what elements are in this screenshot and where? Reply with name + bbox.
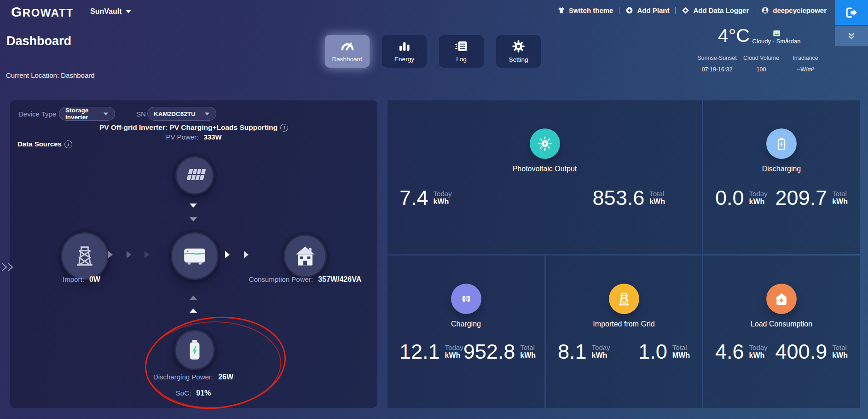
discharging-power-line: Discharging Power: 26W bbox=[153, 373, 233, 381]
total-unit: kWh bbox=[832, 351, 848, 360]
sun-bolt-icon bbox=[537, 136, 553, 151]
switch-theme-button[interactable]: Switch theme bbox=[557, 6, 613, 14]
inverter-node bbox=[171, 232, 219, 280]
tab-label: Setting bbox=[509, 56, 528, 63]
today-unit: kWh bbox=[749, 351, 768, 360]
house-icon bbox=[294, 244, 317, 268]
logout-button[interactable] bbox=[835, 0, 868, 25]
total-value: 853.6 bbox=[593, 186, 645, 210]
device-flow-panel: Device Type Storage Inverter SN KAM2DC62… bbox=[10, 100, 377, 408]
solar-panel-icon bbox=[181, 166, 208, 185]
add-plant-label: Add Plant bbox=[637, 6, 669, 14]
username-label: deepcyclepower bbox=[773, 6, 827, 14]
weather-stat-value: 100 bbox=[739, 66, 783, 73]
card-charging: Charging 12.1 TodaykWh 952.8 TotalkWh bbox=[388, 256, 544, 408]
logo-letter-g: G bbox=[11, 4, 23, 19]
grid-import-node bbox=[61, 232, 109, 280]
weather-stats: Sunrise-Sunset 07:19-16:32 Cloud Volume … bbox=[695, 55, 827, 73]
pv-power-label: PV Power: bbox=[166, 133, 198, 141]
chevron-down-icon bbox=[205, 112, 209, 115]
data-sources-label: Data Sources bbox=[17, 140, 62, 148]
total-value-group: 400.9 TotalkWh bbox=[775, 340, 848, 364]
sidebar-expander[interactable] bbox=[1, 262, 15, 274]
tab-label: Log bbox=[456, 56, 467, 63]
transmission-tower-icon bbox=[74, 244, 95, 268]
soc-label: SoC: bbox=[176, 389, 191, 397]
serial-number-dropdown[interactable]: KAM2DC62TU bbox=[147, 107, 216, 121]
bar-chart-icon bbox=[397, 40, 411, 52]
inverter-icon bbox=[181, 244, 208, 268]
charging-icon-circle bbox=[451, 284, 481, 314]
consumption-label: Consumption Power: bbox=[249, 275, 313, 283]
tab-label: Energy bbox=[394, 56, 414, 63]
user-icon bbox=[761, 6, 769, 14]
flow-arrow-right-icon bbox=[225, 251, 230, 258]
card-photovoltaic-output: Photovoltaic Output 7.4 TodaykWh 853.6 T… bbox=[388, 100, 702, 254]
weather-condition: Cloudy · Smårdan bbox=[748, 29, 805, 45]
collapse-header-button[interactable] bbox=[835, 26, 868, 46]
card-title: Charging bbox=[388, 320, 544, 328]
battery-node bbox=[174, 330, 215, 370]
tab-dashboard[interactable]: Dashboard bbox=[325, 35, 370, 68]
tab-energy[interactable]: Energy bbox=[382, 35, 427, 68]
today-value-group: 8.1 TodaykWh bbox=[558, 340, 610, 364]
tab-label: Dashboard bbox=[332, 56, 362, 63]
total-value-group: 209.7 TotalkWh bbox=[775, 186, 848, 210]
product-selector[interactable]: SunVault bbox=[90, 7, 131, 16]
load-house-node bbox=[284, 234, 327, 278]
total-value: 209.7 bbox=[775, 186, 827, 210]
theme-shirt-icon bbox=[557, 6, 565, 14]
today-value: 8.1 bbox=[558, 340, 587, 364]
add-datalogger-button[interactable]: Add Data Logger bbox=[682, 6, 749, 14]
device-type-dropdown[interactable]: Storage Inverter bbox=[59, 107, 115, 121]
today-label: Today bbox=[445, 343, 463, 351]
card-values: 8.1 TodaykWh 1.0 TotalMWh bbox=[558, 340, 690, 364]
weather-stat-sunrise: Sunrise-Sunset 07:19-16:32 bbox=[695, 55, 739, 73]
flow-arrow-down-icon bbox=[190, 217, 197, 221]
add-datalogger-icon bbox=[682, 6, 689, 14]
user-account-button[interactable]: deepcyclepower bbox=[761, 6, 827, 14]
product-selector-label: SunVault bbox=[90, 7, 122, 16]
inverter-mode-text: PV Off-grid Inverter: PV Charging+Loads … bbox=[99, 123, 278, 131]
flow-arrow-right-icon bbox=[108, 251, 113, 258]
today-value: 7.4 bbox=[399, 186, 428, 210]
total-value: 1.0 bbox=[638, 340, 667, 364]
today-unit: kWh bbox=[592, 351, 610, 360]
weather-stat-value: 07:19-16:32 bbox=[695, 66, 739, 73]
today-value-group: 7.4 TodaykWh bbox=[399, 186, 452, 210]
card-values: 12.1 TodaykWh 952.8 TotalkWh bbox=[399, 340, 532, 364]
total-label: Total bbox=[832, 190, 848, 198]
double-chevron-down-icon bbox=[847, 32, 856, 40]
pv-power-value: 333W bbox=[203, 133, 221, 141]
solar-panel-node bbox=[175, 156, 214, 195]
tab-log[interactable]: Log bbox=[439, 35, 484, 68]
today-label: Today bbox=[749, 190, 768, 198]
weather-condition-label: Cloudy · Smårdan bbox=[752, 38, 801, 45]
card-imported-from-grid: Imported from Grid 8.1 TodaykWh 1.0 Tota… bbox=[546, 256, 702, 408]
total-label: Total bbox=[520, 343, 536, 351]
total-unit: kWh bbox=[649, 198, 665, 206]
today-unit: kWh bbox=[445, 351, 463, 360]
device-type-label: Device Type bbox=[18, 110, 56, 118]
info-icon[interactable] bbox=[64, 140, 72, 148]
import-label: Import: bbox=[63, 275, 84, 283]
total-label: Total bbox=[649, 190, 665, 198]
breadcrumb: Current Location: Dashboard bbox=[6, 71, 95, 79]
home-bolt-icon bbox=[774, 291, 789, 306]
add-plant-button[interactable]: Add Plant bbox=[625, 6, 669, 14]
total-value-group: 952.8 TotalkWh bbox=[463, 340, 536, 364]
info-icon[interactable] bbox=[280, 124, 288, 132]
today-value: 0.0 bbox=[715, 186, 744, 210]
serial-number-value: KAM2DC62TU bbox=[154, 111, 196, 117]
card-title: Imported from Grid bbox=[546, 320, 702, 328]
tab-setting[interactable]: Setting bbox=[496, 35, 541, 68]
card-values: 7.4 TodaykWh 853.6 TotalkWh bbox=[399, 186, 665, 210]
device-type-value: Storage Inverter bbox=[65, 107, 98, 121]
flow-arrow-right-icon bbox=[127, 251, 131, 258]
flow-arrow-right-icon bbox=[244, 251, 249, 258]
card-values: 4.6 TodaykWh 400.9 TotalkWh bbox=[715, 340, 848, 364]
double-chevron-right-icon bbox=[1, 262, 15, 273]
today-unit: kWh bbox=[749, 198, 768, 206]
growatt-logo: GROWATT bbox=[11, 4, 74, 20]
weather-stat-label: Sunrise-Sunset bbox=[695, 55, 739, 61]
